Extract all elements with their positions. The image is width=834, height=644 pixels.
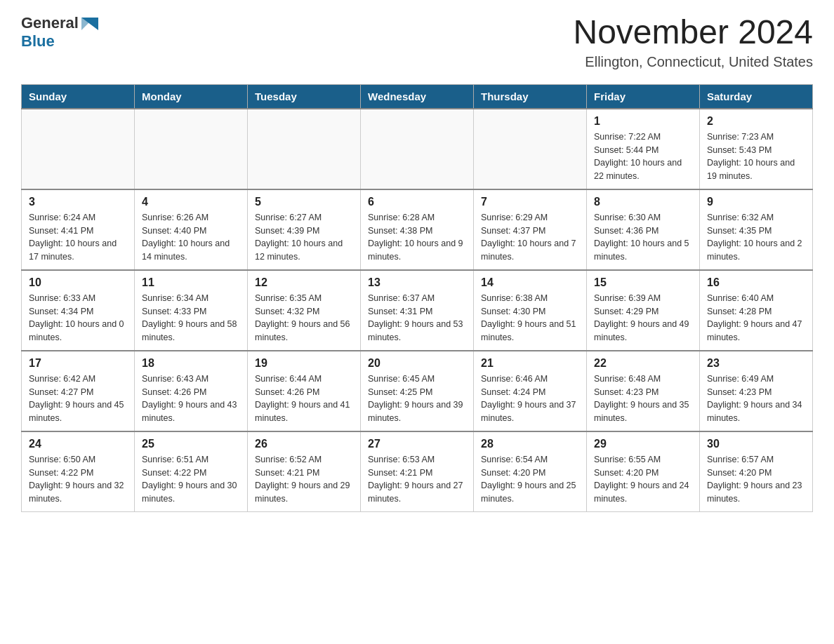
calendar-cell: 7Sunrise: 6:29 AMSunset: 4:37 PMDaylight…: [474, 189, 587, 270]
calendar-cell: [361, 109, 474, 189]
calendar-week-row: 24Sunrise: 6:50 AMSunset: 4:22 PMDayligh…: [22, 431, 813, 512]
calendar-cell: 27Sunrise: 6:53 AMSunset: 4:21 PMDayligh…: [361, 431, 474, 512]
calendar-cell: 14Sunrise: 6:38 AMSunset: 4:30 PMDayligh…: [474, 270, 587, 351]
day-number: 16: [707, 276, 805, 289]
calendar-cell: 29Sunrise: 6:55 AMSunset: 4:20 PMDayligh…: [587, 431, 700, 512]
day-info: Sunrise: 6:48 AMSunset: 4:23 PMDaylight:…: [594, 373, 692, 425]
calendar-week-row: 10Sunrise: 6:33 AMSunset: 4:34 PMDayligh…: [22, 270, 813, 351]
day-info: Sunrise: 6:24 AMSunset: 4:41 PMDaylight:…: [29, 211, 127, 264]
day-number: 3: [29, 196, 127, 208]
calendar-cell: 3Sunrise: 6:24 AMSunset: 4:41 PMDaylight…: [22, 189, 135, 270]
day-number: 24: [29, 438, 127, 450]
calendar-cell: 16Sunrise: 6:40 AMSunset: 4:28 PMDayligh…: [700, 270, 813, 351]
calendar-cell: 10Sunrise: 6:33 AMSunset: 4:34 PMDayligh…: [22, 270, 135, 351]
day-info: Sunrise: 6:57 AMSunset: 4:20 PMDaylight:…: [707, 453, 805, 506]
day-number: 22: [594, 357, 692, 370]
day-info: Sunrise: 6:40 AMSunset: 4:28 PMDaylight:…: [707, 292, 805, 344]
day-number: 9: [707, 196, 805, 208]
calendar-cell: 19Sunrise: 6:44 AMSunset: 4:26 PMDayligh…: [248, 351, 361, 431]
day-info: Sunrise: 6:45 AMSunset: 4:25 PMDaylight:…: [368, 373, 466, 425]
day-info: Sunrise: 6:39 AMSunset: 4:29 PMDaylight:…: [594, 292, 692, 344]
column-header-tuesday: Tuesday: [248, 84, 361, 109]
day-info: Sunrise: 6:30 AMSunset: 4:36 PMDaylight:…: [594, 211, 692, 264]
day-number: 7: [481, 196, 579, 208]
day-info: Sunrise: 6:43 AMSunset: 4:26 PMDaylight:…: [142, 373, 240, 425]
calendar-cell: 22Sunrise: 6:48 AMSunset: 4:23 PMDayligh…: [587, 351, 700, 431]
calendar-cell: 26Sunrise: 6:52 AMSunset: 4:21 PMDayligh…: [248, 431, 361, 512]
calendar-cell: 12Sunrise: 6:35 AMSunset: 4:32 PMDayligh…: [248, 270, 361, 351]
day-info: Sunrise: 6:53 AMSunset: 4:21 PMDaylight:…: [368, 453, 466, 506]
calendar-cell: [474, 109, 587, 189]
day-number: 14: [481, 276, 579, 289]
calendar-cell: [135, 109, 248, 189]
day-number: 17: [29, 357, 127, 370]
calendar-table: SundayMondayTuesdayWednesdayThursdayFrid…: [21, 84, 813, 512]
day-info: Sunrise: 6:26 AMSunset: 4:40 PMDaylight:…: [142, 211, 240, 264]
calendar-week-row: 17Sunrise: 6:42 AMSunset: 4:27 PMDayligh…: [22, 351, 813, 431]
day-info: Sunrise: 6:55 AMSunset: 4:20 PMDaylight:…: [594, 453, 692, 506]
day-info: Sunrise: 6:28 AMSunset: 4:38 PMDaylight:…: [368, 211, 466, 264]
logo-general-text: General: [21, 14, 79, 32]
logo-blue-text: Blue: [21, 32, 55, 51]
day-info: Sunrise: 6:42 AMSunset: 4:27 PMDaylight:…: [29, 373, 127, 425]
day-number: 15: [594, 276, 692, 289]
main-title: November 2024: [573, 14, 813, 51]
calendar-cell: 9Sunrise: 6:32 AMSunset: 4:35 PMDaylight…: [700, 189, 813, 270]
day-info: Sunrise: 6:51 AMSunset: 4:22 PMDaylight:…: [142, 453, 240, 506]
calendar-header-row: SundayMondayTuesdayWednesdayThursdayFrid…: [22, 84, 813, 109]
day-number: 21: [481, 357, 579, 370]
day-number: 18: [142, 357, 240, 370]
day-info: Sunrise: 6:54 AMSunset: 4:20 PMDaylight:…: [481, 453, 579, 506]
day-info: Sunrise: 6:27 AMSunset: 4:39 PMDaylight:…: [255, 211, 353, 264]
day-number: 2: [707, 115, 805, 128]
day-number: 10: [29, 276, 127, 289]
day-info: Sunrise: 6:46 AMSunset: 4:24 PMDaylight:…: [481, 373, 579, 425]
day-info: Sunrise: 6:49 AMSunset: 4:23 PMDaylight:…: [707, 373, 805, 425]
subtitle: Ellington, Connecticut, United States: [573, 54, 813, 70]
day-info: Sunrise: 6:34 AMSunset: 4:33 PMDaylight:…: [142, 292, 240, 344]
column-header-friday: Friday: [587, 84, 700, 109]
day-info: Sunrise: 6:44 AMSunset: 4:26 PMDaylight:…: [255, 373, 353, 425]
day-number: 13: [368, 276, 466, 289]
calendar-cell: 20Sunrise: 6:45 AMSunset: 4:25 PMDayligh…: [361, 351, 474, 431]
calendar-cell: 15Sunrise: 6:39 AMSunset: 4:29 PMDayligh…: [587, 270, 700, 351]
column-header-thursday: Thursday: [474, 84, 587, 109]
day-number: 4: [142, 196, 240, 208]
day-number: 12: [255, 276, 353, 289]
column-header-sunday: Sunday: [22, 84, 135, 109]
column-header-wednesday: Wednesday: [361, 84, 474, 109]
day-number: 1: [594, 115, 692, 128]
day-number: 8: [594, 196, 692, 208]
calendar-cell: [22, 109, 135, 189]
title-section: November 2024 Ellington, Connecticut, Un…: [573, 14, 813, 70]
day-number: 6: [368, 196, 466, 208]
calendar-cell: 30Sunrise: 6:57 AMSunset: 4:20 PMDayligh…: [700, 431, 813, 512]
calendar-cell: 13Sunrise: 6:37 AMSunset: 4:31 PMDayligh…: [361, 270, 474, 351]
calendar-cell: 24Sunrise: 6:50 AMSunset: 4:22 PMDayligh…: [22, 431, 135, 512]
calendar-cell: [248, 109, 361, 189]
day-number: 29: [594, 438, 692, 450]
day-number: 23: [707, 357, 805, 370]
calendar-cell: 25Sunrise: 6:51 AMSunset: 4:22 PMDayligh…: [135, 431, 248, 512]
day-info: Sunrise: 6:29 AMSunset: 4:37 PMDaylight:…: [481, 211, 579, 264]
calendar-cell: 18Sunrise: 6:43 AMSunset: 4:26 PMDayligh…: [135, 351, 248, 431]
day-info: Sunrise: 6:38 AMSunset: 4:30 PMDaylight:…: [481, 292, 579, 344]
calendar-cell: 6Sunrise: 6:28 AMSunset: 4:38 PMDaylight…: [361, 189, 474, 270]
day-number: 27: [368, 438, 466, 450]
calendar-cell: 23Sunrise: 6:49 AMSunset: 4:23 PMDayligh…: [700, 351, 813, 431]
logo-flag-icon: [81, 18, 98, 30]
day-info: Sunrise: 6:35 AMSunset: 4:32 PMDaylight:…: [255, 292, 353, 344]
day-info: Sunrise: 6:32 AMSunset: 4:35 PMDaylight:…: [707, 211, 805, 264]
calendar-cell: 1Sunrise: 7:22 AMSunset: 5:44 PMDaylight…: [587, 109, 700, 189]
day-info: Sunrise: 6:33 AMSunset: 4:34 PMDaylight:…: [29, 292, 127, 344]
day-info: Sunrise: 6:52 AMSunset: 4:21 PMDaylight:…: [255, 453, 353, 506]
column-header-monday: Monday: [135, 84, 248, 109]
calendar-cell: 28Sunrise: 6:54 AMSunset: 4:20 PMDayligh…: [474, 431, 587, 512]
calendar-cell: 11Sunrise: 6:34 AMSunset: 4:33 PMDayligh…: [135, 270, 248, 351]
day-info: Sunrise: 7:22 AMSunset: 5:44 PMDaylight:…: [594, 130, 692, 183]
calendar-cell: 4Sunrise: 6:26 AMSunset: 4:40 PMDaylight…: [135, 189, 248, 270]
day-number: 20: [368, 357, 466, 370]
calendar-week-row: 3Sunrise: 6:24 AMSunset: 4:41 PMDaylight…: [22, 189, 813, 270]
calendar-cell: 17Sunrise: 6:42 AMSunset: 4:27 PMDayligh…: [22, 351, 135, 431]
day-number: 11: [142, 276, 240, 289]
